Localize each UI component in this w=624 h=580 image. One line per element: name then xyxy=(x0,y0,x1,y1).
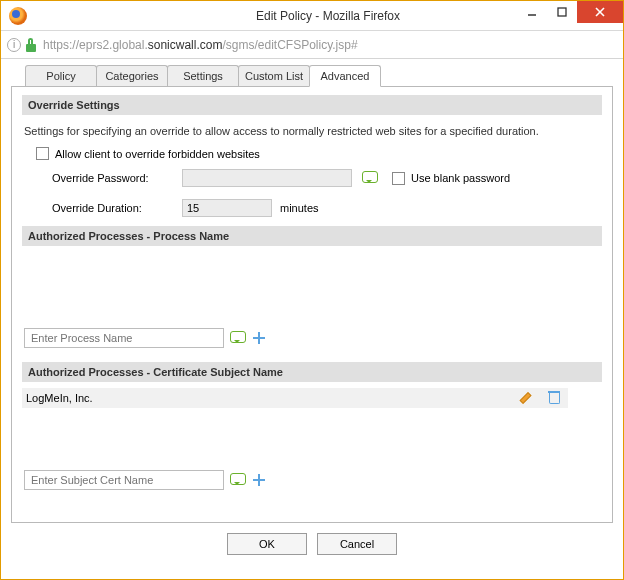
minimize-button[interactable] xyxy=(517,1,547,23)
cancel-button[interactable]: Cancel xyxy=(317,533,397,555)
process-section-header: Authorized Processes - Process Name xyxy=(22,226,602,246)
override-password-row: Override Password: Use blank password xyxy=(22,166,602,190)
use-blank-password-checkbox[interactable] xyxy=(392,172,405,185)
tab-advanced[interactable]: Advanced xyxy=(309,65,381,87)
allow-override-checkbox[interactable] xyxy=(36,147,49,160)
comment-icon[interactable] xyxy=(230,473,246,487)
tab-policy[interactable]: Policy xyxy=(25,65,97,87)
allow-override-row: Allow client to override forbidden websi… xyxy=(22,147,602,160)
cert-name-input[interactable] xyxy=(24,470,224,490)
tab-settings[interactable]: Settings xyxy=(167,65,239,87)
window-controls xyxy=(517,1,623,23)
advanced-panel: Override Settings Settings for specifyin… xyxy=(11,86,613,523)
override-password-input[interactable] xyxy=(182,169,352,187)
override-description: Settings for specifying an override to a… xyxy=(22,121,602,141)
cert-add-row xyxy=(22,470,602,490)
process-list xyxy=(22,252,602,322)
firefox-icon xyxy=(9,7,27,25)
add-cert-icon[interactable] xyxy=(252,473,266,487)
override-duration-row: Override Duration: minutes xyxy=(22,196,602,220)
override-duration-input[interactable] xyxy=(182,199,272,217)
add-process-icon[interactable] xyxy=(252,331,266,345)
override-section-header: Override Settings xyxy=(22,95,602,115)
override-duration-label: Override Duration: xyxy=(52,202,182,214)
address-bar[interactable]: i https://eprs2.global.sonicwall.com/sgm… xyxy=(1,31,623,59)
process-add-row xyxy=(22,328,602,348)
process-name-input[interactable] xyxy=(24,328,224,348)
ok-button[interactable]: OK xyxy=(227,533,307,555)
dialog-body: Policy Categories Settings Custom List A… xyxy=(1,59,623,579)
cert-section-header: Authorized Processes - Certificate Subje… xyxy=(22,362,602,382)
cert-item-name: LogMeIn, Inc. xyxy=(26,392,93,404)
titlebar: Edit Policy - Mozilla Firefox xyxy=(1,1,623,31)
close-button[interactable] xyxy=(577,1,623,23)
url-text: https://eprs2.global.sonicwall.com/sgms/… xyxy=(43,38,358,52)
use-blank-password-label: Use blank password xyxy=(411,172,510,184)
firefox-window: Edit Policy - Mozilla Firefox i https://… xyxy=(0,0,624,580)
tab-custom-list[interactable]: Custom List xyxy=(238,65,310,87)
maximize-button[interactable] xyxy=(547,1,577,23)
cert-list-item: LogMeIn, Inc. xyxy=(22,388,568,408)
dialog-footer: OK Cancel xyxy=(11,523,613,569)
lock-icon xyxy=(25,38,37,52)
comment-icon[interactable] xyxy=(362,171,378,185)
tab-categories[interactable]: Categories xyxy=(96,65,168,87)
cert-list-spacer xyxy=(22,414,602,464)
info-icon[interactable]: i xyxy=(7,38,21,52)
comment-icon[interactable] xyxy=(230,331,246,345)
override-duration-unit: minutes xyxy=(280,202,319,214)
allow-override-label: Allow client to override forbidden websi… xyxy=(55,148,260,160)
delete-cert-icon[interactable] xyxy=(548,391,560,405)
tab-strip: Policy Categories Settings Custom List A… xyxy=(25,65,613,87)
edit-cert-icon[interactable] xyxy=(526,391,540,405)
svg-rect-1 xyxy=(558,8,566,16)
override-password-label: Override Password: xyxy=(52,172,182,184)
